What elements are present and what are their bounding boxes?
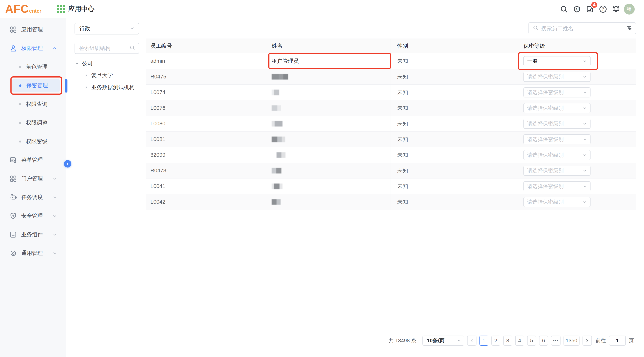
cell-employee-id: R0475 [146, 69, 268, 84]
tree-node-复旦大学[interactable]: 复旦大学 [84, 70, 139, 82]
app-center-grid-icon [57, 5, 65, 13]
security-level-value: 请选择保密级别 [527, 183, 564, 190]
security-level-select[interactable]: 请选择保密级别 [524, 197, 590, 207]
security-level-select[interactable]: 一般 [524, 56, 590, 66]
sidebar-subitem-角色管理[interactable]: 角色管理 [0, 58, 66, 76]
org-type-select[interactable]: 行政 [74, 23, 139, 34]
logo-text: AFC [5, 3, 29, 14]
tree-node-label: 公司 [82, 60, 93, 67]
search-icon[interactable] [559, 4, 569, 14]
cell-security-level: 请选择保密级别 [513, 69, 636, 84]
cell-security-level: 请选择保密级别 [513, 147, 636, 163]
cell-security-level: 请选择保密级别 [513, 178, 636, 194]
cell-gender: 未知 [391, 100, 513, 116]
header-actions: AI 4 ? 租 [559, 0, 635, 18]
bullet-dot-icon [19, 103, 21, 105]
avatar[interactable]: 租 [624, 4, 635, 14]
caret-right-icon[interactable] [84, 73, 89, 78]
app-title: 应用中心 [68, 4, 94, 13]
caret-down-icon[interactable] [74, 61, 80, 66]
goto-page-input[interactable] [609, 336, 626, 346]
tree-node-业务数据测试机构[interactable]: 业务数据测试机构 [84, 82, 139, 93]
app-page: AFC enter 应用中心 AI 4 ? 租 应用管理权限管理角色管理保密管理… [0, 0, 644, 357]
cell-employee-id: admin [146, 53, 268, 69]
tree-node-公司[interactable]: 公司 [74, 58, 139, 70]
cell-security-level: 请选择保密级别 [513, 116, 636, 131]
security-level-select[interactable]: 请选择保密级别 [524, 119, 590, 129]
bullet-dot-icon [19, 66, 21, 68]
employee-search-input[interactable] [541, 25, 626, 32]
sidebar-subitem-label: 角色管理 [26, 63, 48, 70]
sidebar-item-安全管理[interactable]: 安全管理 [0, 207, 66, 225]
cell-employee-id: L0080 [146, 116, 268, 131]
cell-security-level: 请选择保密级别 [513, 100, 636, 116]
redacted-name [272, 74, 288, 80]
sidebar-item-任务调度[interactable]: 任务调度 [0, 188, 66, 207]
security-level-select[interactable]: 请选择保密级别 [524, 72, 590, 82]
security-level-select[interactable]: 请选择保密级别 [524, 181, 590, 191]
security-level-select[interactable]: 请选择保密级别 [524, 134, 590, 144]
sidebar-item-业务组件[interactable]: 业务组件 [0, 225, 66, 244]
todo-note-icon[interactable]: 4 [585, 4, 595, 14]
user-icon [9, 44, 17, 52]
page-button-3[interactable]: 3 [503, 336, 512, 346]
chevron-down-icon [582, 59, 587, 64]
security-level-select[interactable]: 请选择保密级别 [524, 150, 590, 160]
cell-name [268, 194, 391, 210]
afcenter-logo[interactable]: AFC enter [5, 3, 41, 14]
page-button-4[interactable]: 4 [515, 336, 524, 346]
filter-icon[interactable] [626, 25, 632, 31]
sidebar-subitem-权限查询[interactable]: 权限查询 [0, 95, 66, 114]
sidebar-item-通用管理[interactable]: 通用管理 [0, 244, 66, 262]
caret-right-icon[interactable] [84, 85, 89, 90]
security-level-select[interactable]: 请选择保密级别 [524, 166, 590, 176]
grid-icon [9, 26, 17, 34]
table-header: 员工编号姓名性别保密等级 [146, 39, 636, 53]
security-level-value: 请选择保密级别 [527, 73, 564, 80]
page-size-select[interactable]: 10条/页 [422, 336, 464, 346]
cell-employee-id: 32099 [146, 147, 268, 163]
sidebar-item-门户管理[interactable]: 门户管理 [0, 169, 66, 188]
bell-icon[interactable] [611, 4, 621, 14]
next-page-button[interactable] [582, 336, 592, 346]
security-level-select[interactable]: 请选择保密级别 [524, 103, 590, 113]
cell-security-level: 请选择保密级别 [513, 194, 636, 210]
svg-text:?: ? [602, 7, 604, 12]
employee-name: 租户管理员 [272, 58, 299, 65]
page-button-5[interactable]: 5 [527, 336, 536, 346]
collapse-panel-button[interactable] [64, 160, 71, 168]
page-button-1[interactable]: 1 [480, 336, 488, 346]
security-level-select[interactable]: 请选择保密级别 [524, 88, 590, 98]
sidebar-subitem-保密管理[interactable]: 保密管理 [0, 76, 66, 95]
table-row: L0080未知请选择保密级别 [146, 116, 636, 132]
page-button-1350[interactable]: 1350 [564, 336, 580, 346]
cell-security-level: 请选择保密级别 [513, 84, 636, 100]
cell-employee-id: L0041 [146, 178, 268, 194]
ai-assistant-icon[interactable]: AI [572, 4, 582, 14]
org-search-input[interactable] [79, 45, 129, 51]
sidebar-item-菜单管理[interactable]: 菜单管理 [0, 151, 66, 169]
security-level-value: 请选择保密级别 [527, 104, 564, 112]
redacted-name [272, 199, 281, 205]
help-icon[interactable]: ? [598, 4, 608, 14]
sidebar-item-label: 菜单管理 [21, 156, 43, 164]
prev-page-button[interactable] [467, 336, 476, 346]
cell-employee-id: L0076 [146, 100, 268, 116]
bullet-dot-icon [19, 122, 21, 124]
column-header-员工编号: 员工编号 [146, 39, 268, 53]
sidebar-subitem-权限调整[interactable]: 权限调整 [0, 114, 66, 132]
cell-security-level: 请选择保密级别 [513, 132, 636, 147]
sidebar-item-应用管理[interactable]: 应用管理 [0, 20, 66, 39]
redacted-name [272, 90, 279, 95]
chevron-down-icon [582, 121, 587, 126]
cell-security-level: 一般 [513, 53, 636, 69]
sidebar-subitem-权限密级[interactable]: 权限密级 [0, 132, 66, 151]
cell-gender: 未知 [391, 178, 513, 194]
goto-page-label: 前往 [596, 337, 606, 344]
page-button-6[interactable]: 6 [539, 336, 548, 346]
sidebar-item-权限管理[interactable]: 权限管理 [0, 39, 66, 58]
page-button-2[interactable]: 2 [492, 336, 500, 346]
cell-employee-id: L0074 [146, 84, 268, 100]
more-pages-button[interactable]: ••• [551, 336, 560, 346]
chevron-down-icon [52, 194, 58, 200]
